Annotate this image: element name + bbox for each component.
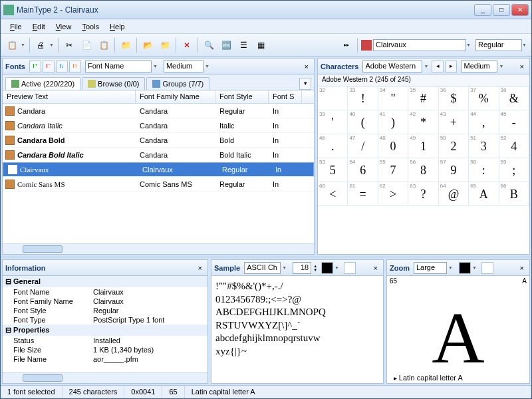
char-cell[interactable]: 35# [408, 86, 438, 110]
char-cell[interactable]: 62> [378, 182, 408, 206]
save-icon[interactable]: 📁 [157, 37, 173, 53]
char-cell[interactable]: 44, [469, 110, 499, 134]
tab-active[interactable]: Active (220/220) [5, 77, 80, 90]
charset-select[interactable]: ASCII Ch [244, 262, 281, 274]
folder-icon[interactable]: 📁 [118, 37, 134, 53]
font-list[interactable]: CandaraCandaraRegularInCandara ItalicCan… [3, 104, 314, 243]
char-cell[interactable]: 36$ [439, 86, 469, 110]
paste-icon[interactable]: 📋 [96, 37, 112, 53]
char-cell[interactable]: 37% [469, 86, 499, 110]
close-button[interactable]: ✕ [511, 4, 529, 16]
color-icon[interactable] [321, 262, 333, 274]
char-cell[interactable]: 43+ [439, 110, 469, 134]
char-cell[interactable]: 63? [408, 182, 438, 206]
menu-view[interactable]: View [52, 21, 76, 32]
char-cell[interactable]: 33! [348, 86, 378, 110]
font-list-header: Preview Text Font Family Name Font Style… [3, 90, 314, 104]
char-cell[interactable]: 557 [378, 158, 408, 182]
zoom-size-select[interactable]: Large [414, 262, 447, 274]
sample-size[interactable]: 18 [293, 262, 311, 274]
scrollbar[interactable] [3, 372, 207, 383]
char-cell[interactable]: 60< [318, 182, 348, 206]
char-cell[interactable]: 513 [469, 134, 499, 158]
maximize-button[interactable]: □ [493, 4, 510, 16]
char-cell[interactable]: 40( [348, 110, 378, 134]
size-select[interactable]: Medium [164, 61, 203, 72]
char-grid[interactable]: 3233!34"35#36$37%38&39'40(41)42*43+44,45… [318, 86, 529, 254]
open-icon[interactable]: 📂 [140, 37, 156, 53]
cut-icon[interactable]: ✂ [61, 37, 77, 53]
char-cell[interactable]: 46. [318, 134, 348, 158]
tab-groups[interactable]: Groups (7/7) [146, 77, 209, 90]
next-icon[interactable]: ▸ [445, 61, 457, 72]
tab-menu-icon[interactable]: ▾ [299, 78, 311, 90]
find-icon[interactable]: 🔍 [201, 37, 217, 53]
uninstall-icon[interactable]: I⁻ [43, 61, 55, 72]
menu-edit[interactable]: Edit [29, 21, 49, 32]
sort-select[interactable]: Font Name [85, 61, 152, 72]
info-group[interactable]: ⊟ Properties [3, 325, 207, 336]
char-cell[interactable]: 59; [499, 158, 529, 182]
panel-close-icon[interactable]: × [517, 63, 527, 70]
menu-file[interactable]: File [6, 21, 26, 32]
font-style-select[interactable]: Regular [475, 39, 522, 51]
char-cell[interactable]: 58: [469, 158, 499, 182]
print-icon[interactable]: 🖨 [33, 37, 49, 53]
unload-icon[interactable]: I↑ [69, 61, 81, 72]
color-icon[interactable] [459, 262, 471, 274]
char-cell[interactable]: 34" [378, 86, 408, 110]
char-cell[interactable]: 568 [408, 158, 438, 182]
list-icon[interactable]: ☰ [235, 37, 251, 53]
overflow-icon[interactable]: ▸▸ [338, 37, 354, 53]
dropdown-icon[interactable]: ▼ [522, 43, 529, 47]
char-cell[interactable]: 491 [408, 134, 438, 158]
dropdown-icon[interactable]: ▼ [466, 43, 473, 47]
char-cell[interactable]: 61= [348, 182, 378, 206]
char-cell[interactable]: 535 [318, 158, 348, 182]
bgcolor-icon[interactable] [344, 262, 356, 274]
char-cell[interactable]: 480 [378, 134, 408, 158]
table-row[interactable]: Comic Sans MSComic Sans MSRegularIn [3, 177, 314, 192]
encoding-select[interactable]: Adobe Western [362, 61, 422, 72]
char-cell[interactable]: 38& [499, 86, 529, 110]
scrollbar[interactable] [3, 243, 314, 254]
char-cell[interactable]: 45- [499, 110, 529, 134]
char-cell[interactable]: 546 [348, 158, 378, 182]
table-row[interactable]: Candara ItalicCandaraItalicIn [3, 118, 314, 133]
info-group[interactable]: ⊟ General [3, 276, 207, 287]
bgcolor-icon[interactable] [481, 262, 493, 274]
char-cell[interactable]: 502 [439, 134, 469, 158]
panel-close-icon[interactable]: × [517, 264, 527, 272]
copy-icon[interactable]: 📄 [78, 37, 94, 53]
grid-icon[interactable]: ▦ [253, 37, 269, 53]
table-row[interactable]: Candara BoldCandaraBoldIn [3, 133, 314, 148]
char-size-select[interactable]: Medium [461, 61, 497, 72]
char-cell[interactable]: 524 [499, 134, 529, 158]
panel-close-icon[interactable]: × [302, 63, 311, 70]
panel-close-icon[interactable]: × [371, 264, 380, 272]
delete-icon[interactable]: ✕ [179, 37, 195, 53]
minimize-button[interactable]: _ [474, 4, 491, 16]
install-icon[interactable]: I⁺ [29, 61, 41, 72]
char-cell[interactable]: 65A [469, 182, 499, 206]
font-name-select[interactable]: Clairvaux [373, 39, 466, 51]
char-cell[interactable]: 32 [318, 86, 348, 110]
menu-help[interactable]: Help [106, 21, 129, 32]
menu-tools[interactable]: Tools [78, 21, 103, 32]
char-cell[interactable]: 41) [378, 110, 408, 134]
char-cell[interactable]: 47/ [348, 134, 378, 158]
table-row[interactable]: CandaraCandaraRegularIn [3, 104, 314, 118]
table-row[interactable]: ClairvauxClairvauxRegularIn [3, 162, 314, 177]
char-cell[interactable]: 39' [318, 110, 348, 134]
char-cell[interactable]: 64@ [439, 182, 469, 206]
new-icon[interactable]: 📋 [4, 37, 20, 53]
load-icon[interactable]: I↓ [56, 61, 68, 72]
char-cell[interactable]: 42* [408, 110, 438, 134]
char-cell[interactable]: 66B [499, 182, 529, 206]
panel-close-icon[interactable]: × [196, 264, 205, 272]
char-icon[interactable]: 🔤 [218, 37, 234, 53]
table-row[interactable]: Candara Bold ItalicCandaraBold ItalicIn [3, 148, 314, 162]
prev-icon[interactable]: ◂ [432, 61, 444, 72]
tab-browse[interactable]: Browse (0/0) [82, 77, 145, 90]
char-cell[interactable]: 579 [439, 158, 469, 182]
